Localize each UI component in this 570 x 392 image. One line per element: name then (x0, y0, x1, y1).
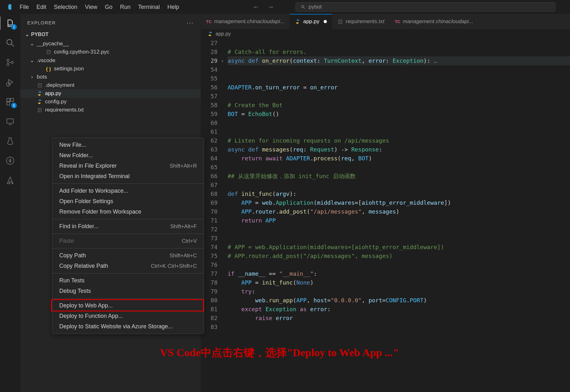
activity-search-icon[interactable] (5, 37, 16, 48)
ctx-item[interactable]: Find in Folder...Shift+Alt+F (52, 221, 204, 232)
tab-label: app.py (303, 18, 319, 25)
search-icon (301, 5, 305, 9)
tree-item[interactable]: .deployment (20, 81, 201, 89)
svg-rect-12 (7, 119, 14, 123)
tree-item[interactable]: requirements.txt (20, 106, 201, 114)
activity-remote-icon[interactable] (5, 116, 16, 127)
editor-tab[interactable]: requirements.txt (332, 14, 390, 29)
code-line[interactable]: raise error (228, 314, 570, 323)
ctx-item[interactable]: New File... (52, 140, 204, 150)
menu-item-view[interactable]: View (81, 2, 101, 12)
ctx-item-label: Add Folder to Workspace... (59, 188, 128, 194)
code-line[interactable]: APP.router.add_post("/api/messages", mes… (228, 207, 570, 216)
svg-rect-10 (10, 99, 13, 101)
tree-item[interactable]: config.cpython-312.pyc (20, 48, 201, 56)
ctx-item-label: Paste (59, 238, 74, 244)
tree-item[interactable]: config.py (20, 98, 201, 106)
ctx-item[interactable]: Remove Folder from Workspace (52, 207, 204, 217)
file-tree: ⌄__pycache__config.cpython-312.pyc⌄.vsco… (20, 39, 201, 114)
code-line[interactable]: ›async def on_error(context: TurnContext… (228, 56, 570, 65)
code-line[interactable] (228, 260, 570, 269)
expand-icon[interactable]: › (221, 56, 224, 65)
ctx-item[interactable]: Deploy to Static Website via Azure Stora… (52, 321, 204, 332)
ctx-item[interactable]: Copy PathShift+Alt+C (52, 250, 204, 261)
code-line[interactable]: # Catch-all for errors. (228, 48, 570, 56)
code-line[interactable] (228, 127, 570, 136)
code-line[interactable] (228, 181, 570, 190)
code-content[interactable]: # Catch-all for errors.›async def on_err… (224, 39, 570, 392)
txt-icon (337, 19, 343, 24)
activity-explorer-icon[interactable]: 1 (5, 18, 16, 29)
ctx-item[interactable]: New Folder... (52, 150, 204, 161)
ctx-item[interactable]: Reveal in File ExplorerShift+Alt+R (52, 161, 204, 171)
editor-tab[interactable]: app.py (290, 14, 332, 29)
ctx-item[interactable]: Debug Tests (52, 286, 204, 296)
nav-back-icon[interactable]: ← (253, 3, 260, 11)
ctx-item: PasteCtrl+V (52, 236, 204, 246)
folder-root[interactable]: ⌄ PYBOT (20, 29, 201, 39)
svg-point-6 (11, 61, 14, 64)
code-line[interactable]: def init_func(argv): (228, 190, 570, 198)
code-line[interactable] (228, 163, 570, 172)
activity-azure-icon[interactable] (5, 175, 16, 186)
menu-item-help[interactable]: Help (164, 2, 183, 12)
ctx-item[interactable]: Run Tests (52, 275, 204, 286)
code-line[interactable]: # APP.router.add_post("/api/messages", m… (228, 252, 570, 260)
menu-item-file[interactable]: File (16, 2, 33, 12)
code-line[interactable]: try: (228, 287, 570, 296)
menu-item-edit[interactable]: Edit (33, 2, 50, 12)
code-line[interactable]: except Exception as error: (228, 305, 570, 314)
code-line[interactable] (228, 74, 570, 83)
code-line[interactable] (228, 323, 570, 331)
tree-item[interactable]: ⌄.vscode (20, 56, 201, 65)
activity-debug-icon[interactable] (5, 77, 16, 87)
code-line[interactable]: web.run_app(APP, host="0.0.0.0", port=CO… (228, 296, 570, 305)
editor-tab[interactable]: TCmanagement.chinacloudapi... (390, 14, 478, 29)
tree-item[interactable]: ›bots (20, 73, 201, 81)
code-line[interactable] (228, 65, 570, 74)
tree-item[interactable]: { }settings.json (20, 65, 201, 73)
code-line[interactable]: APP = init_func(None) (228, 278, 570, 287)
ctx-item[interactable]: Copy Relative PathCtrl+K Ctrl+Shift+C (52, 261, 204, 271)
menu-item-selection[interactable]: Selection (50, 2, 81, 12)
ctx-item[interactable]: Deploy to Web App... (52, 300, 204, 311)
code-line[interactable]: return await ADAPTER.process(req, BOT) (228, 154, 570, 163)
code-line[interactable]: ## 从这里开始修改，添加 init_func 启动函数 (228, 172, 570, 181)
code-line[interactable] (228, 92, 570, 101)
svg-point-5 (7, 64, 9, 66)
code-line[interactable] (228, 39, 570, 48)
code-line[interactable]: if __name__ == "__main__": (228, 269, 570, 278)
breadcrumb[interactable]: app.py (201, 29, 570, 39)
menu-bar: FileEditSelectionViewGoRunTerminalHelp (16, 2, 183, 12)
menu-item-terminal[interactable]: Terminal (134, 2, 164, 12)
activity-testing-icon[interactable] (5, 136, 16, 146)
menu-item-go[interactable]: Go (101, 2, 116, 12)
command-center-search[interactable]: pybot (295, 2, 555, 12)
editor-tab[interactable]: TCmanagement.chinacloudapi... (201, 14, 290, 29)
sidebar-more-icon[interactable]: ··· (186, 19, 194, 26)
code-line[interactable]: # Listen for incoming requests on /api/m… (228, 136, 570, 145)
code-line[interactable]: # APP = web.Application(middlewares=[aio… (228, 243, 570, 252)
code-line[interactable]: APP = web.Application(middlewares=[aioht… (228, 198, 570, 207)
code-line[interactable]: async def messages(req: Request) -> Resp… (228, 145, 570, 154)
code-line[interactable] (228, 234, 570, 243)
tree-item[interactable]: ⌄__pycache__ (20, 39, 201, 48)
ctx-item[interactable]: Add Folder to Workspace... (52, 186, 204, 196)
code-editor[interactable]: 2728295455565758596061626364656667686970… (201, 39, 570, 392)
code-line[interactable] (228, 225, 570, 234)
activity-thunder-icon[interactable] (5, 155, 16, 166)
nav-forward-icon[interactable]: → (267, 3, 274, 11)
activity-extensions-icon[interactable]: 5 (5, 96, 16, 107)
code-line[interactable]: ADAPTER.on_turn_error = on_error (228, 83, 570, 92)
code-line[interactable] (228, 119, 570, 127)
ctx-item[interactable]: Open in Integrated Terminal (52, 171, 204, 182)
sidebar: EXPLORER ··· ⌄ PYBOT ⌄__pycache__config.… (20, 14, 201, 392)
ctx-item[interactable]: Open Folder Settings (52, 196, 204, 207)
code-line[interactable]: return APP (228, 216, 570, 225)
ctx-item[interactable]: Deploy to Function App... (52, 311, 204, 321)
code-line[interactable]: BOT = EchoBot() (228, 110, 570, 119)
activity-source-control-icon[interactable] (5, 57, 16, 68)
tree-item[interactable]: app.py (20, 89, 201, 98)
code-line[interactable]: # Create the Bot (228, 101, 570, 110)
menu-item-run[interactable]: Run (116, 2, 134, 12)
